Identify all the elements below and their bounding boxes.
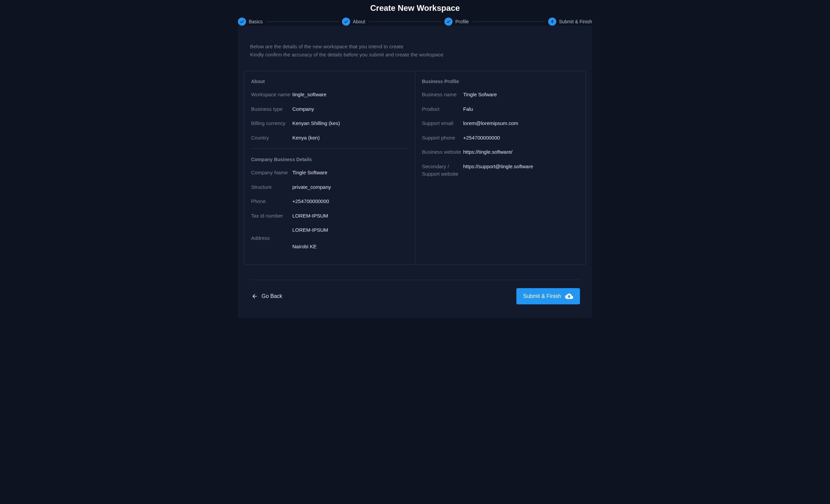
page-title: Create New Workspace [238,3,592,13]
footer-buttons: Go Back Submit & Finish [244,280,586,304]
step-submit[interactable]: 4 Submit & Finish [548,18,592,26]
company-heading: Company Business Details [251,157,408,162]
details-left-col: About Workspace name tingle_software Bus… [244,71,415,264]
field-value: Company [292,105,314,113]
go-back-label: Go Back [262,293,282,299]
step-line [266,22,339,22]
field-support-email: Support email lorem@loremipsum.com [422,120,579,127]
field-value: LOREM-IPSUM [292,212,328,220]
field-label: Tax id number [251,212,292,220]
field-tax-id: Tax id number LOREM-IPSUM [251,212,408,220]
field-business-website: Business website https://tingle.software… [422,148,579,156]
address-line-2: Nairobi KE [292,243,328,251]
field-value: +254700000000 [292,198,329,205]
step-label: Profile [455,19,469,24]
check-icon [444,18,453,26]
submit-finish-button[interactable]: Submit & Finish [516,288,580,304]
arrow-left-icon [251,293,258,300]
stepper: Basics About Profile 4 Submit & Finish [238,18,592,26]
field-phone: Phone +254700000000 [251,198,408,205]
field-workspace-name: Workspace name tingle_software [251,91,408,99]
field-label: Product [422,105,463,113]
field-label: Phone [251,198,292,205]
step-line [472,22,545,22]
field-business-name: Business name Tingle Sofware [422,91,579,99]
field-value: Kenyan Shilling (kes) [292,120,340,127]
field-label: Secondary / Support website [422,163,463,178]
field-label: Company Name [251,169,292,177]
field-value: Kenya (ken) [292,134,320,142]
field-support-website: Secondary / Support website https://supp… [422,163,579,178]
check-icon [342,18,350,26]
intro-line-1: Below are the details of the new workspa… [250,43,586,51]
field-product: Product Falu [422,105,579,113]
field-label: Business type [251,105,292,113]
step-label: Submit & Finish [559,19,592,24]
about-heading: About [251,79,408,84]
intro-line-2: Kindly confirm the accuracy of the detai… [250,51,586,59]
field-value: Tingle Sofware [463,91,497,99]
field-label: Support email [422,120,463,127]
step-number: 4 [548,18,556,26]
step-line [369,22,441,22]
submit-label: Submit & Finish [523,293,561,299]
field-label: Address [251,234,292,242]
field-billing-currency: Billing currency Kenyan Shilling (kes) [251,120,408,127]
field-value: private_company [292,183,331,191]
check-icon [238,18,246,26]
field-label: Billing currency [251,120,292,127]
field-country: Country Kenya (ken) [251,134,408,142]
field-value: https://support@tingle.software [463,163,533,178]
field-label: Support phone [422,134,463,142]
address-line-1: LOREM-IPSUM [292,226,328,234]
field-value: https://tingle.software/ [463,148,513,156]
step-about[interactable]: About [342,18,365,26]
cloud-upload-icon [565,292,573,300]
field-value: Falu [463,105,473,113]
intro-text: Below are the details of the new workspa… [250,43,586,59]
profile-heading: Business Profile [422,79,579,84]
details-grid: About Workspace name tingle_software Bus… [244,71,586,265]
field-label: Business name [422,91,463,99]
step-label: About [353,19,365,24]
content-panel: Below are the details of the new workspa… [238,26,592,318]
divider [251,148,408,149]
step-profile[interactable]: Profile [444,18,469,26]
field-company-name: Company Name Tingle Software [251,169,408,177]
field-label: Workspace name [251,91,292,99]
field-business-type: Business type Company [251,105,408,113]
field-support-phone: Support phone +254700000000 [422,134,579,142]
field-address: Address LOREM-IPSUM Nairobi KE [251,226,408,250]
go-back-button[interactable]: Go Back [250,290,284,302]
field-value: lorem@loremipsum.com [463,120,518,127]
field-value: LOREM-IPSUM Nairobi KE [292,226,328,250]
field-structure: Structure private_company [251,183,408,191]
field-value: tingle_software [292,91,326,99]
step-basics[interactable]: Basics [238,18,263,26]
field-value: +254700000000 [463,134,500,142]
field-value: Tingle Software [292,169,327,177]
field-label: Country [251,134,292,142]
field-label: Business website [422,148,463,156]
step-label: Basics [249,19,263,24]
field-label: Structure [251,183,292,191]
details-right-col: Business Profile Business name Tingle So… [415,71,586,264]
